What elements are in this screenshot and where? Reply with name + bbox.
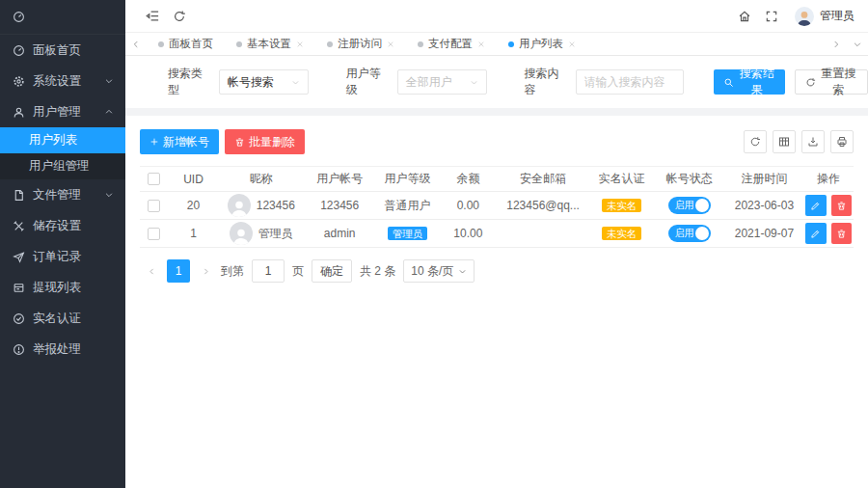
sidebar-item-dashboard[interactable]: 面板首页	[0, 35, 125, 66]
search-panel: 搜索类型 帐号搜索 用户等级 全部用户 搜索内容 搜索结果 重置搜索	[125, 56, 868, 108]
close-icon[interactable]	[477, 41, 485, 48]
page-size-select[interactable]: 10 条/页	[403, 259, 475, 283]
cell-balance: 0.00	[440, 199, 497, 212]
home-button[interactable]	[731, 3, 758, 30]
dashboard-icon	[13, 44, 25, 57]
table-refresh-button[interactable]	[744, 130, 767, 153]
search-type-select[interactable]: 帐号搜索	[219, 69, 309, 95]
tab-user-list[interactable]: 用户列表	[497, 33, 587, 56]
sidebar-logo[interactable]	[0, 0, 125, 35]
collapse-sidebar-button[interactable]	[139, 3, 166, 30]
tab-payment-config[interactable]: 支付配置	[406, 33, 497, 56]
select-all-checkbox[interactable]	[148, 173, 160, 185]
col-header-uid: UID	[169, 173, 219, 186]
tab-basic-settings[interactable]: 基本设置	[225, 33, 315, 56]
pencil-icon	[810, 229, 821, 239]
toggle-knob	[695, 199, 709, 212]
storage-icon	[13, 220, 25, 232]
trash-icon	[836, 201, 847, 211]
level-badge: 管理员	[388, 227, 428, 241]
chevron-down-icon	[853, 40, 862, 49]
sidebar-item-user-list[interactable]: 用户列表	[0, 127, 125, 153]
pencil-icon	[810, 201, 821, 211]
user-level-select[interactable]: 全部用户	[397, 69, 487, 95]
cell-account: admin	[304, 227, 375, 240]
tab-label: 用户列表	[519, 37, 563, 51]
search-button[interactable]: 搜索结果	[714, 69, 785, 95]
sidebar-item-system-settings[interactable]: 系统设置	[0, 66, 125, 96]
sidebar: 面板首页 系统设置 用户管理 用户列表 用户组管理 文件管理	[0, 0, 125, 488]
sidebar-item-label: 提现列表	[33, 280, 81, 296]
table-header-row: UID 昵称 用户帐号 用户等级 余额 安全邮箱 实名认证 帐号状态 注册时间 …	[140, 167, 854, 192]
page-number-button[interactable]: 1	[167, 259, 190, 283]
status-toggle[interactable]: 启用	[668, 225, 711, 242]
chevron-down-icon	[104, 76, 114, 86]
sidebar-item-file-management[interactable]: 文件管理	[0, 179, 125, 210]
tabs-scroll-right-button[interactable]	[826, 33, 847, 56]
columns-icon	[778, 136, 790, 148]
realname-badge: 未实名	[602, 199, 642, 213]
prev-page-button[interactable]	[140, 259, 163, 283]
tabs-scroll-left-button[interactable]	[125, 33, 147, 56]
goto-confirm-button[interactable]: 确定	[312, 259, 352, 283]
edit-button[interactable]	[805, 223, 826, 244]
table-print-button[interactable]	[830, 130, 854, 153]
status-toggle[interactable]: 启用	[668, 197, 711, 214]
col-header-nickname: 昵称	[218, 171, 304, 187]
chevron-down-icon	[458, 267, 467, 276]
close-icon[interactable]	[296, 41, 304, 48]
table-toolbar: 新增帐号 批量删除	[140, 129, 854, 154]
gear-icon	[13, 75, 25, 88]
col-header-level: 用户等级	[375, 171, 440, 187]
delete-button[interactable]	[831, 195, 852, 216]
sidebar-item-order-records[interactable]: 订单记录	[0, 241, 125, 272]
chevron-left-icon	[148, 267, 156, 276]
sidebar-item-user-management[interactable]: 用户管理	[0, 96, 125, 127]
sidebar-item-withdraw-list[interactable]: 提现列表	[0, 272, 125, 303]
sidebar-item-user-group-management[interactable]: 用户组管理	[0, 153, 125, 179]
delete-button[interactable]	[831, 223, 852, 244]
table-export-button[interactable]	[801, 130, 825, 153]
add-account-button[interactable]: 新增帐号	[140, 129, 219, 154]
file-icon	[13, 189, 25, 202]
plus-icon	[149, 137, 159, 147]
sidebar-item-storage-settings[interactable]: 储存设置	[0, 210, 125, 241]
sidebar-item-label: 实名认证	[33, 311, 81, 327]
tab-register-access[interactable]: 注册访问	[315, 33, 406, 56]
realname-badge: 未实名	[602, 227, 642, 241]
sidebar-item-label: 文件管理	[33, 187, 81, 203]
col-header-regtime: 注册时间	[725, 171, 803, 187]
row-checkbox[interactable]	[148, 200, 160, 212]
print-icon	[836, 136, 848, 148]
close-icon[interactable]	[387, 41, 394, 48]
table-row: 1 管理员 admin 管理员 10.00 未实名	[140, 220, 854, 248]
avatar	[230, 222, 253, 245]
admin-app: 面板首页 系统设置 用户管理 用户列表 用户组管理 文件管理	[0, 0, 868, 488]
edit-button[interactable]	[805, 195, 826, 216]
batch-delete-button[interactable]: 批量删除	[225, 129, 305, 154]
fullscreen-button[interactable]	[758, 3, 785, 30]
trash-icon	[836, 229, 847, 239]
report-icon	[13, 343, 25, 356]
chevron-down-icon	[470, 78, 478, 87]
sidebar-item-report-handling[interactable]: 举报处理	[0, 334, 125, 365]
row-checkbox[interactable]	[148, 228, 160, 240]
sidebar-item-realname-verify[interactable]: 实名认证	[0, 303, 125, 334]
search-content-input[interactable]	[576, 69, 684, 95]
tab-dashboard[interactable]: 面板首页	[147, 33, 225, 56]
next-page-button[interactable]	[194, 259, 217, 283]
sidebar-item-label: 面板首页	[33, 42, 81, 59]
reset-search-button[interactable]: 重置搜索	[795, 69, 868, 95]
goto-page-input[interactable]	[252, 259, 285, 283]
search-type-label: 搜索类型	[168, 66, 207, 98]
user-level-value: 全部用户	[406, 74, 452, 91]
table-columns-button[interactable]	[773, 130, 796, 153]
user-menu[interactable]: 管理员	[795, 7, 854, 26]
search-content-label: 搜索内容	[525, 66, 564, 98]
avatar	[228, 194, 251, 217]
tabs-menu-button[interactable]	[847, 33, 868, 56]
close-icon[interactable]	[568, 41, 576, 48]
refresh-page-button[interactable]	[166, 3, 193, 30]
chevron-right-icon	[202, 267, 210, 276]
col-header-account: 用户帐号	[304, 171, 375, 187]
